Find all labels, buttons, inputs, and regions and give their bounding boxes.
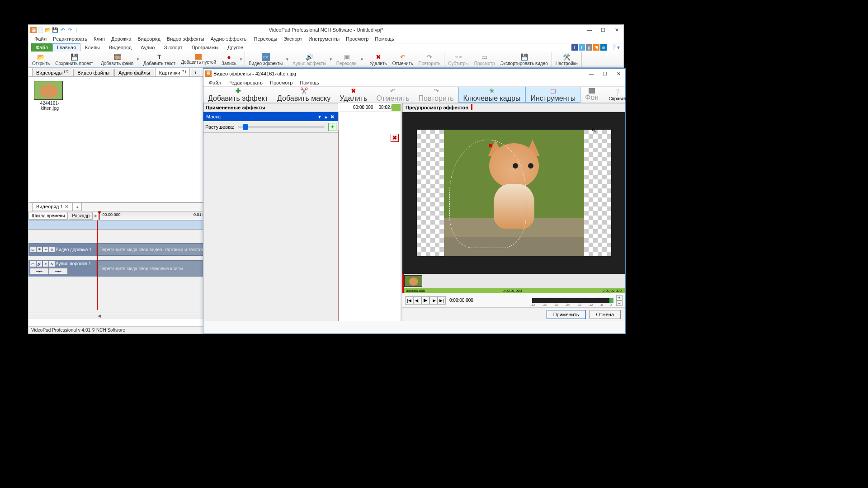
rtab-export[interactable]: Экспорт — [159, 43, 187, 52]
move-up-icon[interactable]: ▲ — [323, 114, 329, 119]
add-file-dropdown[interactable]: ▼ — [136, 52, 141, 67]
menu-help[interactable]: Помощь — [372, 36, 397, 42]
open-icon[interactable]: 📂 — [45, 27, 51, 33]
pan-slider-icon[interactable]: ━●━ — [49, 268, 67, 274]
link-icon[interactable]: ⚭ — [43, 261, 48, 267]
delete-keyframe-button[interactable]: ✖ — [391, 134, 399, 142]
move-down-icon[interactable]: ▼ — [316, 114, 323, 119]
step-back-button[interactable]: ◀| — [413, 296, 421, 305]
bin-tab-audio[interactable]: Аудио файлы — [114, 69, 154, 76]
add-mask-button[interactable]: ✂️Добавить маску — [273, 87, 335, 103]
fx-close-button[interactable]: ✕ — [612, 69, 625, 79]
menu-videofx[interactable]: Видео эффекты — [164, 36, 208, 42]
maximize-button[interactable]: ☐ — [596, 25, 610, 35]
bin-tab-video[interactable]: Видео файлы — [73, 69, 113, 76]
remove-effect-icon[interactable]: ✖ — [329, 114, 335, 119]
add-effect-button[interactable]: ✚Добавить эффект — [203, 87, 273, 103]
eye-icon[interactable]: 👁 — [37, 247, 42, 252]
save-icon[interactable]: 💾 — [52, 27, 58, 33]
menu-audiofx[interactable]: Аудио эффекты — [208, 36, 251, 42]
bin-tab-sequences[interactable]: Видеоряды (1) — [32, 68, 72, 76]
storyboard-mode-button[interactable]: Раскадр — [69, 212, 92, 220]
apply-button[interactable]: Применить — [547, 310, 586, 319]
open-button[interactable]: 📂Открыть — [29, 52, 52, 67]
redo-icon[interactable]: ↷ — [66, 27, 73, 33]
fx-menu-file[interactable]: Файл — [205, 80, 225, 85]
fx-menu-view[interactable]: Просмотр — [266, 80, 296, 85]
kf-column-playhead[interactable] — [339, 130, 339, 321]
record-dropdown[interactable]: ▼ — [239, 52, 244, 67]
slider-thumb-icon[interactable] — [243, 124, 248, 130]
record-button[interactable]: ●Запись — [219, 52, 239, 67]
bin-tab-images[interactable]: Картинки (1) — [155, 68, 190, 76]
rtab-programs[interactable]: Программы — [187, 43, 223, 52]
undo-icon[interactable]: ↶ — [59, 27, 66, 33]
add-keyframe-button[interactable]: + — [328, 123, 336, 131]
twitter-icon[interactable]: t — [579, 44, 585, 51]
fx-maximize-button[interactable]: ☐ — [598, 69, 612, 79]
vol-slider-icon[interactable]: ━●━ — [30, 268, 48, 274]
cancel-button[interactable]: Отмена — [590, 310, 621, 319]
add-file-button[interactable]: 🎞️Добавить файл — [98, 52, 136, 67]
facebook-icon[interactable]: f — [571, 44, 578, 51]
video-fx-dropdown[interactable]: ▼ — [285, 52, 290, 67]
google-icon[interactable]: g — [586, 44, 592, 51]
timeline-mode-button[interactable]: Шкала времени — [28, 212, 68, 220]
effect-row-mask[interactable]: Маска ▼ ▲ ✖ — [203, 112, 338, 121]
go-start-button[interactable]: |◀ — [405, 296, 413, 305]
preview-area[interactable] — [402, 112, 625, 274]
undo-button[interactable]: ↶Отменить — [390, 52, 416, 67]
video-fx-button[interactable]: FXВидео эффекты — [246, 52, 285, 67]
fx-help-button[interactable]: ❔Справка — [603, 87, 632, 103]
transitions-dropdown[interactable]: ▼ — [360, 52, 365, 67]
zoom-out-button[interactable]: − — [616, 300, 623, 306]
fx-menu-help[interactable]: Помощь — [296, 80, 323, 85]
menu-tools[interactable]: Инструменты — [306, 36, 343, 42]
fx-menu-edit[interactable]: Редактировать — [225, 80, 266, 85]
tools-toggle[interactable]: ▢Инструменты — [525, 87, 580, 103]
sequence-tab-add[interactable]: + — [73, 203, 82, 211]
menu-sequence[interactable]: Видеоряд — [134, 36, 164, 42]
menu-file[interactable]: Файл — [31, 36, 50, 42]
close-icon[interactable]: ✕ — [65, 204, 69, 209]
menu-view[interactable]: Просмотр — [343, 36, 372, 42]
rtab-other[interactable]: Другое — [223, 43, 248, 52]
play-button[interactable]: ▶ — [421, 296, 429, 305]
feather-slider[interactable] — [238, 126, 325, 128]
fx-icon[interactable]: fx — [49, 261, 55, 267]
mask-outline[interactable] — [449, 140, 526, 248]
menu-clip[interactable]: Клип — [90, 36, 108, 42]
menu-track[interactable]: Дорожка — [108, 36, 134, 42]
zoom-in-button[interactable]: + — [616, 295, 623, 300]
preview-mini-timeline[interactable]: 0:00:00.000 0:00:01.000 0:00:02.000 — [402, 274, 625, 293]
menu-edit[interactable]: Редактировать — [50, 36, 90, 42]
chevron-right-icon[interactable]: ▶ — [94, 214, 98, 218]
menu-export[interactable]: Экспорт — [280, 36, 305, 42]
monitor-icon[interactable]: ▭ — [30, 247, 36, 252]
fx-icon[interactable]: fx — [49, 247, 55, 252]
delete-button[interactable]: ✖Удалить — [367, 52, 390, 67]
fx-delete-button[interactable]: ✖Удалить — [335, 87, 372, 103]
bin-thumb[interactable]: 4244161-kitten.jpg — [34, 81, 66, 111]
go-end-button[interactable]: ▶| — [438, 296, 446, 305]
linkedin-icon[interactable]: in — [600, 44, 607, 51]
add-blank-button[interactable]: Добавить пустой — [178, 52, 219, 67]
new-icon[interactable]: 📄 — [38, 27, 44, 33]
minimize-button[interactable]: — — [583, 25, 596, 35]
link-icon[interactable]: ⚭ — [43, 247, 48, 252]
audio-fx-dropdown[interactable]: ▼ — [329, 52, 334, 67]
sequence-tab-1[interactable]: Видеоряд 1✕ — [32, 202, 73, 211]
scroll-left-icon[interactable]: ◀ — [96, 314, 102, 319]
settings-button[interactable]: 🛠️Настройки — [553, 52, 580, 67]
kf-playhead-icon[interactable] — [471, 104, 472, 110]
menu-transitions[interactable]: Переходы — [251, 36, 281, 42]
bin-tab-add[interactable]: + — [191, 69, 200, 76]
rtab-audio[interactable]: Аудио — [136, 43, 159, 52]
fx-minimize-button[interactable]: — — [585, 69, 598, 79]
save-project-button[interactable]: 💾Сохранить проект — [52, 52, 96, 67]
rtab-sequence[interactable]: Видеоряд — [104, 43, 137, 52]
video-track-header[interactable]: ▭ 👁 ⚭ fx Видео дорожка 1 — [28, 243, 96, 256]
export-video-button[interactable]: 💾Экспортировать видео — [497, 52, 550, 67]
mini-playhead-icon[interactable] — [402, 274, 404, 293]
rss-icon[interactable]: ◥ — [593, 44, 599, 51]
